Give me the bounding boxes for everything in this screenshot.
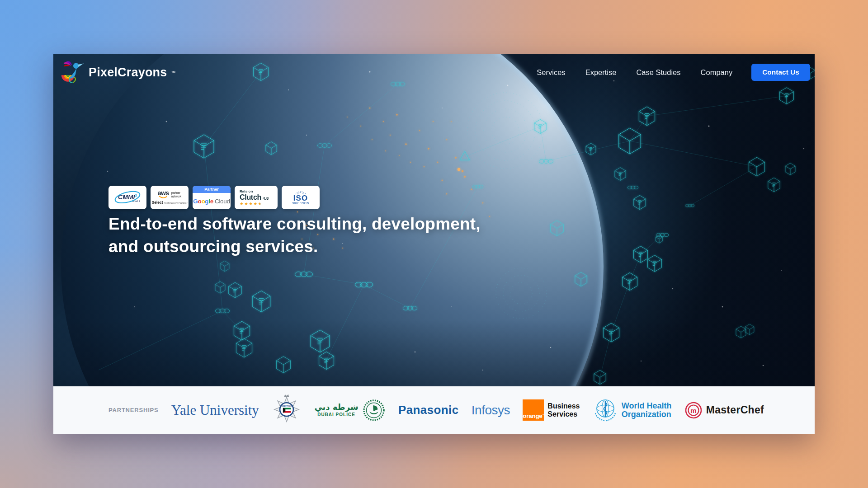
orange-square-icon: orange™ [523, 399, 544, 421]
google-cloud-word: Cloud [215, 198, 230, 205]
aws-partner-badge: aws partner network Select [151, 186, 189, 209]
brand-name: PixelCrayons [89, 66, 167, 80]
half-star-icon: ★ [258, 201, 263, 206]
page-background: PixelCrayons ™ Services Expertise Case S… [0, 0, 868, 488]
google-partner-ribbon: Partner [193, 186, 231, 193]
nav-item-case-studies[interactable]: Case Studies [636, 68, 680, 77]
hero-headline: End-to-end software consulting, developm… [108, 213, 481, 258]
orange-business-word: Business [547, 402, 580, 410]
hero-section: PixelCrayons ™ Services Expertise Case S… [53, 54, 815, 386]
aws-network-word: network [171, 195, 182, 198]
aws-tier-detail: Technology Partner [164, 202, 188, 204]
clutch-brand: Clutch [240, 193, 261, 202]
nav-item-expertise[interactable]: Expertise [585, 68, 617, 77]
dubai-police-emblem-icon [362, 399, 386, 422]
top-navigation: PixelCrayons ™ Services Expertise Case S… [53, 54, 815, 91]
infosys-logo: Infosys [472, 403, 510, 418]
world-health-organization-logo: World Health Organization [593, 398, 672, 423]
who-emblem-icon [593, 398, 618, 423]
aws-partner-word: partner [171, 191, 182, 195]
google-letter: o [201, 198, 205, 205]
nav-item-services[interactable]: Services [537, 68, 565, 77]
kuwait-police-badge-icon: KUWAIT POLICE [272, 393, 302, 427]
certification-badges: CMMI3 level 3 aws partner [108, 186, 320, 209]
who-line-1: World Health [622, 402, 672, 410]
orange-business-services-logo: orange™ Business Services [523, 399, 580, 421]
aws-smile-icon [159, 196, 168, 199]
cmmi-swoosh-icon [112, 187, 142, 207]
cmmi-badge: CMMI3 level 3 [108, 186, 146, 209]
star-icon: ★ [249, 201, 253, 206]
star-icon: ★ [244, 201, 249, 206]
clutch-stars: ★★★★★ [240, 202, 263, 206]
contact-us-button[interactable]: Contact Us [751, 64, 810, 81]
orange-services-word: Services [547, 410, 580, 418]
dubai-police-arabic: شرطة دبي [314, 403, 358, 411]
headline-line-2: and outsourcing services. [108, 235, 481, 258]
dubai-police-logo: شرطة دبي DUBAI POLICE [314, 399, 385, 422]
clutch-rate-on-label: Rate on [240, 189, 253, 193]
google-letter: e [210, 198, 213, 205]
partnerships-strip: PARTNERSHIPS Yale University KUWAIT POLI… [53, 386, 815, 434]
iso-brand: ISO [293, 195, 308, 202]
brand-trademark: ™ [171, 70, 175, 75]
orange-trademark: ™ [542, 413, 545, 416]
iso-standard: 9001:2015 [292, 202, 309, 205]
svg-text:m: m [690, 407, 696, 414]
kuwait-police-logo: KUWAIT POLICE [272, 393, 302, 427]
kuwait-police-text: KUWAIT POLICE [280, 405, 293, 407]
iso-badge: ISO 9001:2015 [282, 186, 320, 209]
aws-brand: aws [158, 190, 169, 196]
website-viewport: PixelCrayons ™ Services Expertise Case S… [53, 54, 815, 434]
clutch-rating-badge: Rate on Clutch 4.8 ★★★★★ [235, 186, 278, 209]
hummingbird-logo-icon [61, 59, 85, 85]
masterchef-logo: m MasterChef [684, 401, 764, 419]
yale-university-logo: Yale University [171, 402, 259, 418]
google-cloud-partner-badge: Partner Google Cloud [193, 186, 231, 209]
clutch-score: 4.8 [263, 196, 269, 201]
dubai-police-english: DUBAI POLICE [317, 413, 355, 417]
google-letter: G [193, 198, 198, 205]
partnerships-label: PARTNERSHIPS [108, 407, 158, 413]
aws-tier: Select [152, 200, 163, 205]
orange-brand: orange [523, 413, 542, 419]
google-letter: g [205, 198, 208, 205]
pixelcrayons-logo[interactable]: PixelCrayons ™ [61, 59, 175, 85]
masterchef-wordmark: MasterChef [706, 404, 764, 416]
nav-item-company[interactable]: Company [701, 68, 733, 77]
masterchef-m-icon: m [684, 401, 703, 419]
who-line-2: Organization [622, 410, 672, 419]
star-icon: ★ [253, 201, 258, 206]
panasonic-logo: Panasonic [398, 403, 459, 417]
google-letter: o [198, 198, 201, 205]
main-menu: Services Expertise Case Studies Company [537, 68, 732, 77]
headline-line-1: End-to-end software consulting, developm… [108, 213, 481, 235]
star-icon: ★ [240, 201, 244, 206]
